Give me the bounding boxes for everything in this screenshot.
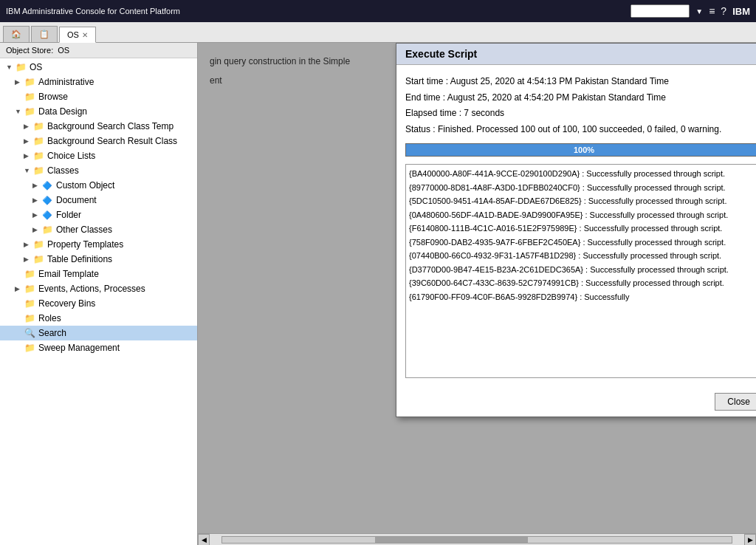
dialog-info: Start time : August 25, 2020 at 4:54:13 … xyxy=(405,74,756,137)
tab-icon: 📋 xyxy=(39,30,49,39)
help-icon[interactable]: ? xyxy=(721,5,726,17)
log-entry: {D3770D00-9B47-4E15-B23A-2C61DEDC365A} :… xyxy=(409,264,756,276)
horizontal-scrollbar: ◀ ▶ xyxy=(198,533,756,545)
top-bar: IBM Administrative Console for Content P… xyxy=(0,0,756,22)
sweep-management-icon: 📁 xyxy=(24,342,35,354)
browse-label: Browse xyxy=(38,92,68,102)
scroll-track[interactable] xyxy=(221,536,732,544)
dialog-log[interactable]: {BA400000-A80F-441A-9CCE-0290100D290A} :… xyxy=(405,164,756,378)
search-dropdown-icon[interactable]: ▼ xyxy=(695,7,703,16)
tree-item-other-classes[interactable]: ▶ 📁 Other Classes xyxy=(0,222,197,237)
recovery-bins-icon: 📁 xyxy=(24,298,35,309)
tree-item-bg-search-class-temp[interactable]: ▶ 📁 Background Search Class Temp xyxy=(0,119,197,134)
log-entry: {BA400000-A80F-441A-9CCE-0290100D290A} :… xyxy=(409,168,756,180)
top-bar-title: IBM Administrative Console for Content P… xyxy=(6,7,625,16)
classes-icon: 📁 xyxy=(32,165,44,176)
tree-item-choice-lists[interactable]: ▶ 📁 Choice Lists xyxy=(0,148,197,163)
tree-item-data-design[interactable]: ▼ 📁 Data Design xyxy=(0,104,197,119)
tree-item-document[interactable]: ▶ 🔷 Document xyxy=(0,193,197,208)
browse-icon: 📁 xyxy=(24,91,35,103)
log-entry: {F6140800-111B-4C1C-A016-51E2F975989E} :… xyxy=(409,222,756,235)
bg-search-class-temp-icon: 📁 xyxy=(32,120,44,132)
folder-label: Folder xyxy=(56,210,81,220)
scroll-left-btn[interactable]: ◀ xyxy=(198,534,210,546)
other-classes-icon: 📁 xyxy=(41,224,53,236)
tab-os-icon[interactable]: 📋 xyxy=(31,26,58,42)
menu-icon[interactable]: ≡ xyxy=(709,5,715,17)
search-input[interactable] xyxy=(630,4,690,18)
progress-bar-text: 100% xyxy=(406,144,756,156)
dialog-footer: Close xyxy=(396,387,756,417)
scroll-thumb[interactable] xyxy=(375,537,528,543)
status-text: Status : Finished. Processed 100 out of … xyxy=(405,122,756,138)
tab-close-icon[interactable]: ✕ xyxy=(82,31,88,39)
tree-item-roles[interactable]: 📁 Roles xyxy=(0,311,197,326)
choice-lists-label: Choice Lists xyxy=(47,151,95,161)
scroll-right-btn[interactable]: ▶ xyxy=(744,534,756,546)
tree-item-bg-search-result-class[interactable]: ▶ 📁 Background Search Result Class xyxy=(0,134,197,148)
object-store-bar: Object Store: OS xyxy=(0,43,197,58)
log-entry: {89770000-8D81-4A8F-A3D0-1DFBB0240CF0} :… xyxy=(409,182,756,194)
administrative-label: Administrative xyxy=(38,77,94,87)
tree-item-events-actions[interactable]: ▶ 📁 Events, Actions, Processes xyxy=(0,281,197,296)
custom-object-label: Custom Object xyxy=(56,180,114,191)
tree-item-recovery-bins[interactable]: 📁 Recovery Bins xyxy=(0,296,197,311)
tree-item-search[interactable]: 🔍 Search xyxy=(0,326,197,340)
email-template-label: Email Template xyxy=(38,269,99,279)
log-entry: {5DC10500-9451-41A4-85AF-DDAE67D6E825} :… xyxy=(409,195,756,208)
dialog-overlay: Execute Script Start time : August 25, 2… xyxy=(198,43,756,545)
os-root-icon: 📁 xyxy=(15,61,27,73)
tree-item-table-definitions[interactable]: ▶ 📁 Table Definitions xyxy=(0,252,197,267)
log-entry: {61790F00-FF09-4C0F-B6A5-9928FD2B9974} :… xyxy=(409,291,756,304)
tree-item-sweep-management[interactable]: 📁 Sweep Management xyxy=(0,340,197,355)
bg-search-class-temp-label: Background Search Class Temp xyxy=(47,121,173,131)
bg-search-result-label: Background Search Result Class xyxy=(47,136,177,146)
document-label: Document xyxy=(56,195,97,205)
log-entry: {07440B00-66C0-4932-9F31-1A57F4B1D298} :… xyxy=(409,250,756,262)
sidebar: Object Store: OS ▼ 📁 OS ▶ 📁 Administrati… xyxy=(0,43,198,545)
tree-item-property-templates[interactable]: ▶ 📁 Property Templates xyxy=(0,237,197,252)
tree-item-administrative[interactable]: ▶ 📁 Administrative xyxy=(0,75,197,89)
dialog-body: Start time : August 25, 2020 at 4:54:13 … xyxy=(396,65,756,387)
email-template-icon: 📁 xyxy=(24,268,35,280)
classes-label: Classes xyxy=(47,165,79,176)
start-time: Start time : August 25, 2020 at 4:54:13 … xyxy=(405,74,756,90)
home-icon: 🏠 xyxy=(11,30,21,39)
tree-item-folder[interactable]: ▶ 🔷 Folder xyxy=(0,208,197,222)
tab-os[interactable]: OS ✕ xyxy=(59,27,96,43)
table-definitions-label: Table Definitions xyxy=(47,254,112,264)
data-design-label: Data Design xyxy=(38,106,87,117)
tree-item-email-template[interactable]: 📁 Email Template xyxy=(0,267,197,281)
folder-leaf-icon: 🔷 xyxy=(41,209,53,221)
top-bar-icons: ▼ ≡ ? IBM xyxy=(630,4,750,18)
ibm-logo: IBM xyxy=(732,6,750,17)
tree-item-classes[interactable]: ▼ 📁 Classes xyxy=(0,163,197,178)
administrative-icon: 📁 xyxy=(24,76,35,88)
tab-home[interactable]: 🏠 xyxy=(3,26,30,42)
end-time: End time : August 25, 2020 at 4:54:20 PM… xyxy=(405,90,756,106)
search-tree-icon: 🔍 xyxy=(24,327,35,339)
tree-item-browse[interactable]: 📁 Browse xyxy=(0,89,197,104)
sweep-management-label: Sweep Management xyxy=(38,343,120,353)
bg-search-result-icon: 📁 xyxy=(32,135,44,147)
main-layout: Object Store: OS ▼ 📁 OS ▶ 📁 Administrati… xyxy=(0,43,756,545)
dialog-title: Execute Script xyxy=(405,48,477,60)
table-definitions-icon: 📁 xyxy=(32,253,44,265)
custom-object-icon: 🔷 xyxy=(41,179,53,191)
dialog-title-bar: Execute Script xyxy=(396,44,756,65)
property-templates-label: Property Templates xyxy=(47,239,123,250)
content-area: gin query construction in the Simple ent… xyxy=(198,43,756,545)
os-root-label: OS xyxy=(30,62,42,72)
search-label: Search xyxy=(38,328,66,338)
close-button[interactable]: Close xyxy=(715,393,756,411)
tree-container: ▼ 📁 OS ▶ 📁 Administrative 📁 Browse ▼ 📁 D… xyxy=(0,58,197,357)
log-entry: {0A480600-56DF-4A1D-BADE-9AD9900FA95E} :… xyxy=(409,209,756,222)
tab-bar: 🏠 📋 OS ✕ xyxy=(0,22,756,43)
recovery-bins-label: Recovery Bins xyxy=(38,298,95,309)
execute-script-dialog: Execute Script Start time : August 25, 2… xyxy=(396,43,756,417)
elapsed-time: Elapsed time : 7 seconds xyxy=(405,106,756,122)
tree-item-custom-object[interactable]: ▶ 🔷 Custom Object xyxy=(0,178,197,193)
progress-bar-container: 100% xyxy=(405,143,756,157)
tree-item-os-root[interactable]: ▼ 📁 OS xyxy=(0,60,197,75)
roles-label: Roles xyxy=(38,313,61,323)
